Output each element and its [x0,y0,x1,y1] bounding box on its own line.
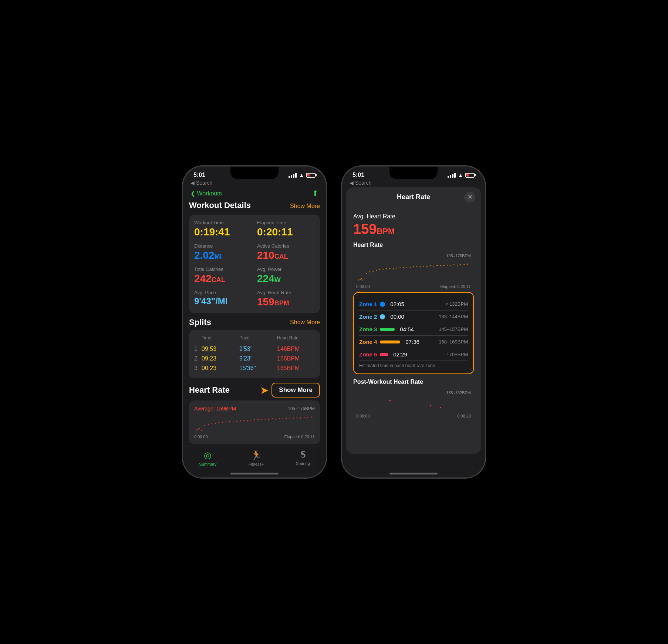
svg-point-69 [463,264,465,265]
svg-point-23 [272,418,273,419]
svg-point-55 [416,266,418,267]
bar1 [289,176,290,178]
heart-rate-card: Average: 159BPM 105–176BPM [189,400,320,444]
hr-chart-area: 105–176BPM [353,251,474,288]
svg-point-34 [311,416,312,417]
hr-elapsed-label: Elapsed: 0:20:11 [284,435,315,439]
tab-bar-1: ◎ Summary 🏃 Fitness+ 𝕊 Sharing [183,446,326,477]
modal-header: Heart Rate ✕ [346,187,481,207]
svg-point-45 [383,269,384,270]
hr-start-label: 0:00:00 [194,435,208,439]
battery-icon-2 [465,173,475,178]
search-back[interactable]: ◀ Search [183,180,326,187]
svg-point-21 [264,419,266,420]
workout-details-show-more[interactable]: Show More [290,203,320,209]
heart-rate-show-more-button[interactable]: Show More [271,383,320,398]
home-indicator-1 [230,473,279,474]
workout-details-grid: Workout Time 0:19:41 Elapsed Time 0:20:1… [194,220,315,308]
avg-hr-label: Avg. Heart Rate [353,213,474,220]
svg-point-70 [467,264,468,265]
svg-point-47 [389,268,391,269]
nav-bar-1: ❮ Workouts ⬆ [183,187,326,201]
svg-point-8 [219,422,220,423]
svg-point-52 [406,267,407,268]
status-icons-1: ▲ [289,172,316,178]
zone1-indicator [380,302,385,307]
svg-point-53 [410,266,411,268]
zone3-indicator [380,328,395,331]
splits-title: Splits [189,318,211,327]
splits-show-more[interactable]: Show More [290,319,320,326]
zone1-range: < 132BPM [445,301,468,307]
zone5-range: 170+BPM [447,352,468,357]
svg-point-43 [376,270,377,271]
svg-point-61 [436,265,438,266]
zone2-indicator [380,314,385,319]
time-2: 5:01 [352,172,364,178]
zone4-name: Zone 4 [359,339,377,345]
wifi-icon-2: ▲ [458,172,463,178]
signal-icon-2 [448,173,456,178]
svg-point-20 [261,419,262,420]
svg-point-26 [282,418,283,419]
svg-point-44 [379,269,380,270]
tab-summary[interactable]: ◎ Summary [199,450,216,466]
svg-point-24 [275,419,276,420]
tab-summary-label: Summary [199,462,216,466]
post-hr-chart-area: 155–162BPM 0:00:00 0:00:20 [353,388,474,417]
workout-details-card: Workout Time 0:19:41 Elapsed Time 0:20:1… [189,215,320,313]
zone2-name: Zone 2 [359,313,377,320]
modal-close-button[interactable]: ✕ [464,192,475,203]
splits-header: Splits Show More [189,318,320,327]
heart-rate-modal: Heart Rate ✕ Avg. Heart Rate 159BPM Hear… [346,187,481,454]
zone3-time: 04:54 [400,326,414,332]
zone3-range: 145–157BPM [439,326,468,332]
bar4 [295,173,297,178]
tab-sharing-label: Sharing [296,461,310,466]
svg-point-6 [212,423,213,424]
chart-start: 0:00:00 [356,284,370,289]
svg-point-68 [460,264,461,265]
svg-point-72 [389,400,391,402]
post-elapsed: 0:00:20 [457,414,471,418]
hr-avg-label: Average: 159BPM [194,406,236,412]
svg-point-42 [372,271,374,272]
svg-point-50 [399,267,401,268]
zone4-range: 158–169BPM [439,339,468,345]
svg-point-74 [440,407,441,408]
svg-point-22 [268,419,269,420]
modal-content: Avg. Heart Rate 159BPM Heart Rate 105–17… [346,207,481,452]
svg-point-29 [293,417,294,419]
post-hr-title: Post-Workout Heart Rate [353,379,474,385]
back-workouts-btn[interactable]: ❮ Workouts [190,190,222,197]
svg-point-15 [243,420,244,421]
detail-active-calories: Active Calories 210CAL [257,243,315,261]
time-1: 5:01 [193,172,205,178]
zone4-indicator [380,341,400,343]
tab-sharing[interactable]: 𝕊 Sharing [296,450,310,466]
share-button[interactable]: ⬆ [312,189,318,198]
zone5-indicator [380,353,388,356]
tab-fitness[interactable]: 🏃 Fitness+ [249,450,264,466]
svg-point-32 [304,417,305,418]
zone4-time: 07:36 [405,339,419,345]
zone-row-2: Zone 2 00:00 133–144BPM [359,311,468,323]
chart-svg [356,258,471,282]
svg-point-1 [198,429,199,430]
detail-distance: Distance 2.02MI [194,243,252,261]
zone-row-4: Zone 4 07:36 158–169BPM [359,336,468,348]
phone-1: 5:01 ▲ ◀ Search [182,166,327,478]
bar2 [291,175,292,178]
svg-point-9 [222,422,223,423]
search-back-2[interactable]: ◀ Search [342,180,485,187]
svg-point-40 [366,273,367,274]
svg-point-39 [362,279,364,281]
svg-point-36 [358,279,360,281]
battery-fill [307,174,310,177]
modal-title: Heart Rate [397,193,430,201]
phone-2: 5:01 ▲ ◀ Search [341,166,486,478]
hr-range: 105–176BPM [288,406,315,411]
notch [230,167,279,179]
detail-avg-hr: Avg. Heart Rate 159BPM [257,290,315,308]
svg-point-66 [453,264,455,265]
